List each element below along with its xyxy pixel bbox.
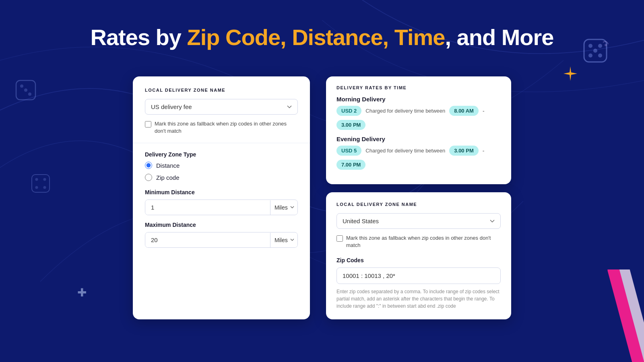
morning-dash: - — [483, 108, 485, 114]
max-distance-label: Maximum Distance — [145, 222, 298, 228]
zone-name-select[interactable]: US delivery fee Zone A Zone B — [145, 99, 298, 115]
fallback-checkbox-label: Mark this zone as fallback when zip code… — [155, 120, 298, 135]
min-distance-label: Minimum Distance — [145, 189, 298, 195]
distance-section: Minimum Distance Miles Km Maximum Distan… — [145, 189, 298, 248]
zip-codes-label: Zip Codes — [336, 257, 501, 263]
svg-point-4 — [588, 53, 592, 58]
zip-zone-card: LOCAL DELIVERY ZONE NAME United States C… — [326, 192, 511, 319]
morning-start-time: 8.00 AM — [449, 106, 479, 116]
title-distance: Distance, — [292, 25, 394, 50]
zone-type-label: Delivery Zone Type — [145, 151, 298, 158]
max-distance-unit-select[interactable]: Miles Km — [270, 233, 297, 247]
evening-usd-badge: USD 5 — [336, 146, 361, 156]
zip-fallback-checkbox[interactable] — [336, 235, 343, 242]
zip-fallback-checkbox-row: Mark this zone as fallback when zip code… — [336, 234, 501, 249]
evening-period-row: USD 5 Charged for delivery time between … — [336, 146, 501, 170]
morning-charged-text: Charged for delivery time between — [365, 108, 445, 114]
zip-help-text: Enter zip codes separated by a comma. To… — [336, 288, 501, 310]
zip-fallback-label: Mark this zone as fallback when zip code… — [346, 234, 501, 249]
min-distance-input-group: Miles Km — [145, 200, 298, 215]
delivery-rates-card: DELIVERY RATES BY TIME Morning Delivery … — [326, 76, 511, 184]
min-distance-input[interactable] — [145, 200, 270, 215]
title-prefix: Rates by — [91, 25, 187, 50]
title-zip: Zip Code, — [187, 25, 292, 50]
rates-section-label: DELIVERY RATES BY TIME — [336, 85, 501, 90]
radio-distance-label: Distance — [156, 162, 180, 169]
fallback-checkbox-row: Mark this zone as fallback when zip code… — [145, 120, 298, 135]
fallback-checkbox[interactable] — [145, 121, 151, 128]
morning-usd-badge: USD 2 — [336, 106, 361, 116]
min-distance-unit-select[interactable]: Miles Km — [270, 200, 297, 215]
left-delivery-zone-card: LOCAL DELIVERY ZONE NAME US delivery fee… — [133, 76, 310, 319]
cards-container: LOCAL DELIVERY ZONE NAME US delivery fee… — [0, 76, 644, 319]
evening-period-name: Evening Delivery — [336, 136, 501, 142]
title-time: Time — [394, 25, 445, 50]
radio-distance[interactable] — [145, 162, 152, 169]
zone-type-radio-group: Distance Zip code — [145, 162, 298, 181]
max-distance-input-group: Miles Km — [145, 232, 298, 248]
evening-start-time: 3.00 PM — [449, 146, 478, 156]
zip-codes-input[interactable] — [336, 267, 501, 284]
evening-charged-text: Charged for delivery time between — [365, 148, 445, 154]
max-distance-input[interactable] — [145, 232, 270, 247]
zip-card-section-label: LOCAL DELIVERY ZONE NAME — [336, 202, 501, 207]
left-card-section-label: LOCAL DELIVERY ZONE NAME — [145, 88, 298, 93]
evening-delivery-period: Evening Delivery USD 5 Charged for deliv… — [336, 136, 501, 170]
country-select[interactable]: United States Canada United Kingdom — [336, 213, 501, 229]
radio-zipcode-label: Zip code — [156, 174, 180, 181]
page-title: Rates by Zip Code, Distance, Time, and M… — [0, 24, 644, 50]
divider-1 — [133, 143, 310, 143]
svg-point-5 — [598, 53, 602, 58]
radio-item-distance[interactable]: Distance — [145, 162, 298, 169]
radio-item-zipcode[interactable]: Zip code — [145, 174, 298, 181]
title-suffix: , and More — [445, 25, 553, 50]
radio-zipcode[interactable] — [145, 174, 152, 181]
morning-period-row: USD 2 Charged for delivery time between … — [336, 106, 501, 130]
morning-delivery-period: Morning Delivery USD 2 Charged for deliv… — [336, 96, 501, 130]
morning-end-time: 3.00 PM — [336, 120, 365, 130]
right-cards-stack: DELIVERY RATES BY TIME Morning Delivery … — [326, 76, 511, 319]
morning-period-name: Morning Delivery — [336, 96, 501, 103]
evening-end-time: 7.00 PM — [336, 160, 365, 170]
evening-dash: - — [483, 148, 485, 154]
